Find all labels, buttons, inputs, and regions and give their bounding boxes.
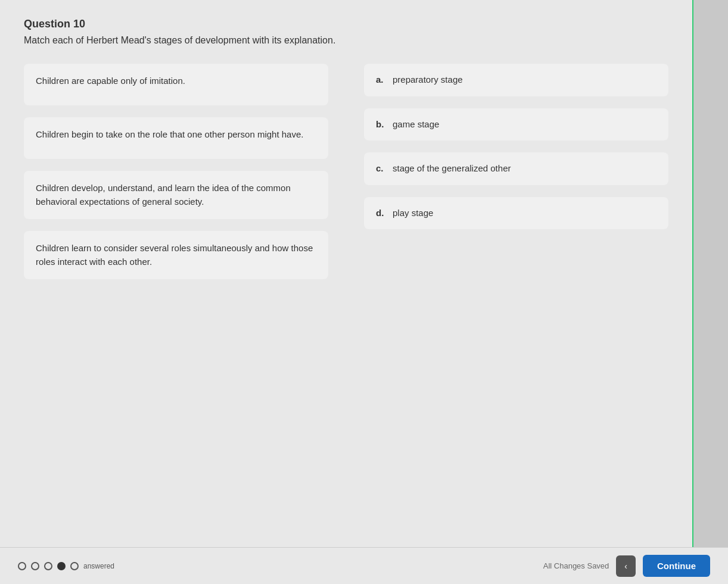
left-item-4[interactable]: Children learn to consider several roles… <box>24 231 328 279</box>
answered-label: answered <box>83 562 114 570</box>
bottom-right: All Changes Saved ‹ Continue <box>543 555 710 577</box>
option-a[interactable]: a. preparatory stage <box>364 64 668 96</box>
right-column: a. preparatory stage b. game stage c. st… <box>364 64 668 229</box>
left-item-3[interactable]: Children develop, understand, and learn … <box>24 171 328 219</box>
bottom-left: answered <box>18 562 114 570</box>
left-item-1[interactable]: Children are capable only of imitation. <box>24 64 328 105</box>
progress-dot-5 <box>70 562 79 570</box>
left-column: Children are capable only of imitation. … <box>24 64 328 279</box>
option-c-letter: c. <box>376 162 388 176</box>
option-b-text: game stage <box>393 118 439 132</box>
content-area: Question 10 Match each of Herbert Mead's… <box>0 0 692 547</box>
option-c[interactable]: c. stage of the generalized other <box>364 152 668 185</box>
right-sidebar <box>692 0 728 547</box>
question-instruction: Match each of Herbert Mead's stages of d… <box>24 35 668 46</box>
question-number: Question 10 <box>24 18 668 30</box>
progress-dot-4 <box>57 562 66 570</box>
option-a-letter: a. <box>376 73 388 87</box>
option-b[interactable]: b. game stage <box>364 108 668 141</box>
matching-layout: Children are capable only of imitation. … <box>24 64 668 279</box>
main-container: Question 10 Match each of Herbert Mead's… <box>0 0 728 547</box>
status-text: All Changes Saved <box>543 561 609 570</box>
option-a-text: preparatory stage <box>393 73 463 87</box>
bottom-bar: answered All Changes Saved ‹ Continue <box>0 547 728 584</box>
option-c-text: stage of the generalized other <box>393 162 511 176</box>
option-b-letter: b. <box>376 118 388 132</box>
progress-dot-2 <box>31 562 39 570</box>
option-d[interactable]: d. play stage <box>364 197 668 230</box>
prev-button[interactable]: ‹ <box>616 555 636 577</box>
continue-button[interactable]: Continue <box>643 555 710 577</box>
progress-dot-3 <box>44 562 52 570</box>
progress-dot-1 <box>18 562 26 570</box>
option-d-text: play stage <box>393 207 433 220</box>
option-d-letter: d. <box>376 207 388 220</box>
left-item-2[interactable]: Children begin to take on the role that … <box>24 117 328 159</box>
